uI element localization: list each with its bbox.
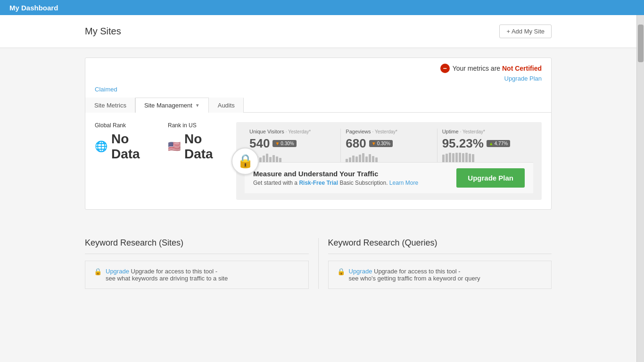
cert-text: Your metrics are Not Certified	[453, 65, 542, 72]
upgrade-plan-link[interactable]: Upgrade Plan	[85, 73, 551, 82]
keyword-sites-upgrade-box: 🔒 Upgrade Upgrade for access to this too…	[85, 261, 309, 289]
us-rank-value: 🇺🇸 No Data	[168, 132, 227, 162]
visitors-value: 540	[249, 136, 270, 151]
not-certified-icon: −	[440, 64, 450, 73]
pageviews-label: Pageviews · Yesterday*	[346, 129, 432, 134]
keyword-sites-col: Keyword Research (Sites) 🔒 Upgrade Upgra…	[85, 238, 319, 289]
uptime-value-row: 95.23% ▲ 4.77%	[442, 136, 528, 151]
risk-free-label: Risk-Free Trial	[299, 180, 338, 186]
visitors-badge: ▼ 0.30%	[272, 140, 296, 147]
bar	[346, 159, 348, 162]
bar	[369, 154, 371, 162]
site-card-wrapper: − Your metrics are Not Certified Upgrade…	[0, 48, 636, 219]
tabs-row: Site Metrics Site Management ▼ Audits	[85, 98, 551, 113]
bar	[259, 157, 262, 162]
my-sites-title: My Sites	[85, 26, 121, 37]
bar	[352, 156, 355, 162]
lock-icon: 🔒	[237, 153, 254, 169]
tab-audits[interactable]: Audits	[209, 98, 244, 113]
keyword-sections: Keyword Research (Sites) 🔒 Upgrade Upgra…	[0, 219, 636, 298]
pageviews-value-row: 680 ▼ 0.30%	[346, 136, 432, 151]
rank-columns: Global Rank 🌐 No Data Rank in US 🇺🇸	[95, 122, 227, 162]
globe-icon: 🌐	[95, 140, 107, 153]
keyword-sites-upgrade-link[interactable]: Upgrade	[106, 268, 129, 275]
keyword-queries-col: Keyword Research (Queries) 🔒 Upgrade Upg…	[328, 238, 552, 289]
bar	[365, 156, 368, 162]
us-rank-col: Rank in US 🇺🇸 No Data	[168, 122, 227, 162]
traffic-col-visitors: Unique Visitors · Yesterday* 540 ▼ 0.30%	[245, 129, 341, 162]
bar	[455, 153, 458, 162]
global-rank-label: Global Rank	[95, 122, 154, 129]
lock-small-icon: 🔒	[94, 268, 102, 275]
keyword-queries-title: Keyword Research (Queries)	[328, 238, 552, 254]
visitors-value-row: 540 ▼ 0.30%	[249, 136, 336, 151]
pageviews-badge: ▼ 0.30%	[369, 140, 393, 147]
bar	[355, 156, 358, 162]
lock-small-icon: 🔒	[337, 268, 345, 275]
us-rank-label: Rank in US	[168, 122, 227, 129]
promo-subtitle: Get started with a Risk-Free Trial Basic…	[253, 180, 418, 186]
tab-site-metrics[interactable]: Site Metrics	[85, 98, 135, 113]
bar	[469, 154, 471, 162]
tab-site-management[interactable]: Site Management ▼	[135, 98, 209, 113]
scrollbar-thumb[interactable]	[638, 25, 644, 62]
arrow-up-icon: ▲	[489, 141, 494, 146]
rank-section: Global Rank 🌐 No Data Rank in US 🇺🇸	[95, 122, 227, 200]
bar	[465, 153, 468, 162]
arrow-down-icon: ▼	[372, 141, 376, 146]
my-sites-section: My Sites + Add My Site	[0, 15, 636, 48]
uptime-badge: ▲ 4.77%	[487, 140, 510, 147]
cert-status-bar: − Your metrics are Not Certified	[85, 58, 551, 73]
bar	[442, 155, 445, 162]
bar	[372, 156, 374, 162]
bar	[272, 155, 275, 162]
uptime-label: Uptime · Yesterday*	[442, 129, 528, 134]
learn-more-link[interactable]: Learn More	[389, 180, 418, 186]
upgrade-promo: Measure and Understand Your Traffic Get …	[245, 162, 533, 193]
promo-text: Measure and Understand Your Traffic Get …	[253, 170, 418, 186]
visitors-label: Unique Visitors · Yesterday*	[249, 129, 336, 134]
bar	[359, 155, 361, 162]
keyword-sites-title: Keyword Research (Sites)	[85, 238, 309, 254]
bar	[452, 153, 454, 162]
not-certified-label: Not Certified	[502, 65, 542, 72]
bar	[266, 154, 268, 162]
uptime-value: 95.23%	[442, 136, 484, 151]
cert-prefix: Your metrics are	[453, 65, 502, 72]
pageviews-chart	[346, 153, 432, 162]
global-rank-value: 🌐 No Data	[95, 132, 154, 162]
header-title: My Dashboard	[9, 4, 58, 12]
pageviews-value: 680	[346, 136, 366, 151]
header: My Dashboard	[0, 0, 644, 15]
bar	[263, 156, 265, 162]
traffic-col-uptime: Uptime · Yesterday* 95.23% ▲ 4.77%	[438, 129, 533, 162]
add-site-button[interactable]: + Add My Site	[499, 25, 552, 38]
main-content: My Sites + Add My Site − Your metrics ar…	[0, 15, 636, 362]
chevron-down-icon: ▼	[195, 103, 200, 108]
lock-overlay: 🔒	[231, 148, 259, 175]
bar	[375, 157, 378, 162]
uptime-chart	[442, 153, 528, 162]
bar	[459, 153, 461, 162]
traffic-section: 🔒 Unique Visitors · Yesterday* 540	[236, 122, 542, 200]
bar	[279, 158, 281, 162]
traffic-columns: Unique Visitors · Yesterday* 540 ▼ 0.30%	[245, 129, 533, 162]
site-card: − Your metrics are Not Certified Upgrade…	[85, 58, 552, 210]
bar	[349, 157, 351, 162]
bar	[446, 154, 448, 162]
global-rank-col: Global Rank 🌐 No Data	[95, 122, 154, 162]
claimed-label: Claimed	[85, 82, 551, 93]
promo-title: Measure and Understand Your Traffic	[253, 170, 418, 178]
bar	[449, 153, 451, 162]
arrow-down-icon: ▼	[275, 141, 280, 146]
bar	[269, 157, 272, 162]
us-flag-icon: 🇺🇸	[168, 140, 181, 153]
traffic-col-pageviews: Pageviews · Yesterday* 680 ▼ 0.30%	[341, 129, 437, 162]
scrollbar-track[interactable]	[636, 15, 644, 362]
bar	[276, 156, 278, 162]
bar	[462, 153, 464, 162]
keyword-queries-upgrade-link[interactable]: Upgrade	[349, 268, 372, 275]
bar	[472, 154, 474, 162]
upgrade-plan-button[interactable]: Upgrade Plan	[456, 168, 525, 188]
bar	[362, 153, 364, 162]
